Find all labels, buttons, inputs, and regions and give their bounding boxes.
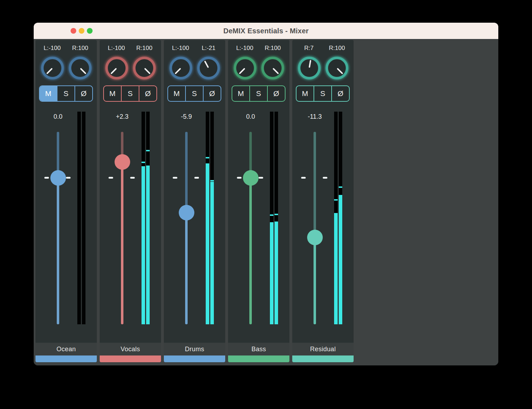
pan-left-label: R:7 xyxy=(298,45,320,52)
gain-db-label: -11.3 xyxy=(292,113,337,121)
solo-button[interactable]: S xyxy=(250,86,268,101)
zero-db-tick-left xyxy=(44,177,49,179)
pan-right-knob[interactable] xyxy=(326,57,348,79)
close-button[interactable] xyxy=(71,28,76,34)
knob-pointer xyxy=(309,60,311,68)
knob-pointer xyxy=(272,68,279,74)
pan-left-knob[interactable] xyxy=(170,57,192,79)
pan-knobs xyxy=(164,57,225,79)
fader-track-lower[interactable] xyxy=(121,162,123,324)
channel-color-bar xyxy=(164,355,225,362)
window-title: DeMIX Essentials - Mixer xyxy=(223,27,309,35)
pan-knobs xyxy=(228,57,289,79)
gain-db-label: 0.0 xyxy=(35,113,81,121)
fader-handle[interactable] xyxy=(307,230,323,245)
pan-right-knob[interactable] xyxy=(197,57,220,79)
mute-solo-phase-group: M S Ø xyxy=(232,85,286,102)
pan-right-knob[interactable] xyxy=(133,57,156,79)
channel-strip: L:-100 R:100 M S Ø 0.0 B xyxy=(228,40,289,362)
pan-left-label: L:-100 xyxy=(105,45,128,52)
pan-left-knob[interactable] xyxy=(298,57,321,79)
channel-strip: L:-100 L:-21 M S Ø -5.9 xyxy=(164,40,225,362)
solo-button[interactable]: S xyxy=(57,86,75,101)
phase-button[interactable]: Ø xyxy=(75,86,92,101)
meter-right-fill xyxy=(275,222,278,324)
phase-button[interactable]: Ø xyxy=(204,86,221,101)
mute-button[interactable]: M xyxy=(297,86,314,101)
mute-solo-phase-group: M S Ø xyxy=(103,85,157,102)
zero-db-tick-right xyxy=(130,177,135,179)
channel-name: Ocean xyxy=(35,343,97,355)
pan-right-label: R:100 xyxy=(262,45,284,52)
channel-color-bar xyxy=(100,355,161,362)
meter-right xyxy=(339,112,342,324)
zero-db-tick-right xyxy=(259,177,263,179)
meter-right xyxy=(82,112,85,324)
phase-button[interactable]: Ø xyxy=(332,86,349,101)
zero-db-tick-right xyxy=(194,177,199,179)
fader-handle[interactable] xyxy=(179,205,194,220)
fader-track-lower[interactable] xyxy=(249,178,252,324)
solo-button[interactable]: S xyxy=(186,86,204,101)
mute-solo-phase-group: M S Ø xyxy=(296,85,350,102)
fader-handle[interactable] xyxy=(50,170,66,186)
mute-button[interactable]: M xyxy=(168,86,186,101)
phase-button[interactable]: Ø xyxy=(268,86,285,101)
knob-pointer xyxy=(46,68,52,74)
pan-right-knob[interactable] xyxy=(261,57,284,79)
mute-button[interactable]: M xyxy=(40,86,57,101)
zero-db-tick-left xyxy=(301,177,306,179)
pan-knobs xyxy=(100,57,161,79)
meter-right-peak xyxy=(339,186,342,188)
meter-left-peak xyxy=(270,214,273,216)
fader-track-upper[interactable] xyxy=(185,132,188,213)
channel-name: Bass xyxy=(228,343,289,355)
pan-left-knob[interactable] xyxy=(234,57,256,79)
phase-button[interactable]: Ø xyxy=(139,86,156,101)
channel-name: Drums xyxy=(164,343,225,355)
pan-labels: R:7 R:100 xyxy=(292,45,354,52)
knob-pointer xyxy=(80,68,86,74)
pan-left-knob[interactable] xyxy=(105,57,128,79)
fader-handle[interactable] xyxy=(115,154,130,170)
channel-name: Vocals xyxy=(100,343,161,355)
pan-knobs xyxy=(35,57,97,79)
knob-pointer xyxy=(239,68,245,74)
solo-button[interactable]: S xyxy=(314,86,332,101)
meter-right-peak xyxy=(210,180,214,181)
fader-handle[interactable] xyxy=(243,170,259,186)
channel-strip: R:7 R:100 M S Ø -11.3 Re xyxy=(292,40,354,362)
pan-left-knob[interactable] xyxy=(41,57,64,79)
fader-track-upper[interactable] xyxy=(314,132,316,237)
channel-strip: L:-100 R:100 M S Ø 0.0 O xyxy=(35,40,97,362)
solo-button[interactable]: S xyxy=(122,86,139,101)
zoom-button[interactable] xyxy=(87,28,93,34)
meter-left xyxy=(206,112,209,324)
zero-db-tick-left xyxy=(237,177,242,179)
mute-solo-phase-group: M S Ø xyxy=(39,85,93,102)
meter-right xyxy=(275,112,278,324)
zero-db-tick-left xyxy=(109,177,113,179)
meter-right-fill xyxy=(339,195,342,324)
meter-right-peak xyxy=(275,214,278,215)
pan-right-knob[interactable] xyxy=(69,57,92,79)
pan-labels: L:-100 R:100 xyxy=(35,45,97,52)
minimize-button[interactable] xyxy=(79,28,84,34)
meter-right-fill xyxy=(210,182,214,324)
titlebar: DeMIX Essentials - Mixer xyxy=(34,23,498,39)
gain-db-label: -5.9 xyxy=(164,113,209,121)
meter-right-peak xyxy=(146,150,150,151)
meter-left-peak xyxy=(206,157,209,158)
meter-right xyxy=(210,112,214,324)
mute-button[interactable]: M xyxy=(104,86,122,101)
pan-right-label: R:100 xyxy=(69,45,92,52)
mute-button[interactable]: M xyxy=(232,86,250,101)
gain-db-label: 0.0 xyxy=(228,113,273,121)
pan-left-label: L:-100 xyxy=(170,45,192,52)
channel-color-bar xyxy=(35,355,97,362)
pan-right-label: R:100 xyxy=(133,45,156,52)
fader-track-lower[interactable] xyxy=(185,213,188,324)
fader-track-lower[interactable] xyxy=(314,237,316,324)
gain-db-label: +2.3 xyxy=(100,113,145,121)
fader-track-lower[interactable] xyxy=(57,178,59,324)
